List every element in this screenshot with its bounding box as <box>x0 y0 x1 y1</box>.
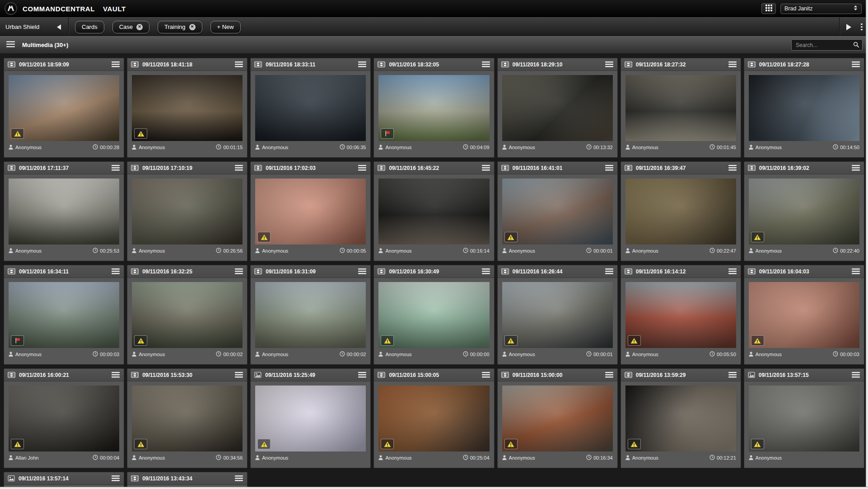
media-thumbnail[interactable] <box>255 179 366 244</box>
card-menu-button[interactable] <box>728 61 737 68</box>
user-menu[interactable]: Brad Janitz <box>780 4 862 14</box>
media-thumbnail[interactable] <box>132 386 243 451</box>
media-thumbnail[interactable] <box>502 179 613 244</box>
thumbnail-area[interactable] <box>374 278 494 348</box>
card-menu-button[interactable] <box>851 164 860 172</box>
search-icon[interactable] <box>853 41 859 49</box>
thumbnail-area[interactable] <box>4 381 124 451</box>
media-thumbnail[interactable] <box>378 75 489 141</box>
media-card[interactable]: 09/11/2016 16:26:44Anonymous00:00:01 <box>497 265 618 365</box>
card-menu-button[interactable] <box>358 371 367 379</box>
thumbnail-area[interactable] <box>127 381 247 451</box>
collapse-left-icon[interactable] <box>57 24 61 30</box>
media-thumbnail[interactable] <box>378 282 489 348</box>
search-box[interactable] <box>791 39 863 51</box>
thumbnail-area[interactable] <box>127 71 247 141</box>
media-card[interactable]: 09/11/2016 16:34:11Anonymous00:00:03 <box>4 265 124 365</box>
media-card[interactable]: 09/11/2016 16:32:25Anonymous00:00:02 <box>127 265 247 365</box>
thumbnail-area[interactable] <box>498 278 617 348</box>
media-card[interactable]: 09/11/2016 16:41:01Anonymous00:00:01 <box>497 161 618 261</box>
media-thumbnail[interactable] <box>255 282 366 348</box>
card-menu-button[interactable] <box>234 61 243 68</box>
thumbnail-area[interactable] <box>127 174 247 244</box>
media-card[interactable]: 09/11/2016 17:10:19Anonymous00:26:56 <box>127 161 247 261</box>
media-thumbnail[interactable] <box>749 386 859 451</box>
media-card[interactable]: 09/11/2016 16:39:47Anonymous00:22:47 <box>621 161 741 261</box>
section-menu-button[interactable] <box>5 40 16 50</box>
tab-close-icon[interactable]: ✕ <box>189 24 196 30</box>
card-menu-button[interactable] <box>234 164 243 172</box>
media-card[interactable]: 09/11/2016 15:00:05Anonymous00:25:04 <box>373 368 494 468</box>
thumbnail-area[interactable] <box>4 174 124 244</box>
card-menu-button[interactable] <box>728 371 737 379</box>
media-card[interactable]: 09/11/2016 13:59:29Anonymous00:12:21 <box>621 368 741 468</box>
thumbnail-area[interactable] <box>621 71 741 141</box>
media-card[interactable]: 09/11/2016 18:27:28Anonymous00:14:50 <box>744 58 864 158</box>
thumbnail-area[interactable] <box>744 381 864 451</box>
card-menu-button[interactable] <box>605 164 614 172</box>
thumbnail-area[interactable] <box>621 174 741 244</box>
media-thumbnail[interactable] <box>132 75 243 141</box>
card-menu-button[interactable] <box>111 371 120 379</box>
thumbnail-area[interactable] <box>4 71 124 141</box>
media-card[interactable]: 09/11/2016 15:53:30Anonymous00:34:56 <box>127 368 247 468</box>
new-tab-button[interactable]: + New <box>210 21 241 33</box>
tab-cards[interactable]: Cards <box>75 21 104 33</box>
media-card[interactable]: 09/11/2016 16:39:02Anonymous00:22:40 <box>744 161 864 261</box>
thumbnail-area[interactable] <box>4 278 124 348</box>
media-thumbnail[interactable] <box>502 75 613 141</box>
thumbnail-area[interactable] <box>744 278 864 348</box>
thumbnail-area[interactable] <box>374 381 494 451</box>
scroll-right-icon[interactable] <box>846 24 851 30</box>
media-thumbnail[interactable] <box>625 282 736 348</box>
card-menu-button[interactable] <box>481 164 490 172</box>
thumbnail-area[interactable] <box>251 381 370 451</box>
media-card[interactable]: 09/11/2016 15:25:49Anonymous <box>250 368 371 468</box>
media-thumbnail[interactable] <box>9 179 119 244</box>
media-card[interactable]: 09/11/2016 16:04:03Anonymous00:00:03 <box>744 265 864 365</box>
media-thumbnail[interactable] <box>625 386 736 451</box>
media-thumbnail[interactable] <box>132 282 243 348</box>
media-card[interactable]: 09/11/2016 18:33:11Anonymous00:06:35 <box>250 58 371 158</box>
thumbnail-area[interactable] <box>744 71 864 141</box>
search-input[interactable] <box>795 42 853 49</box>
media-card[interactable]: 09/11/2016 16:14:12Anonymous00:05:50 <box>621 265 741 365</box>
card-menu-button[interactable] <box>111 475 120 482</box>
card-menu-button[interactable] <box>358 164 367 172</box>
media-card[interactable]: 09/11/2016 18:32:05Anonymous00:04:09 <box>373 58 494 158</box>
card-menu-button[interactable] <box>358 61 367 68</box>
media-card[interactable]: 09/11/2016 17:11:37Anonymous00:25:53 <box>4 161 124 261</box>
card-menu-button[interactable] <box>605 61 614 68</box>
card-menu-button[interactable] <box>728 164 737 172</box>
thumbnail-area[interactable] <box>744 174 864 244</box>
media-card[interactable]: 09/11/2016 18:29:10Anonymous00:13:32 <box>497 58 618 158</box>
media-card[interactable]: 09/11/2016 16:31:09Anonymous00:00:02 <box>250 265 371 365</box>
card-menu-button[interactable] <box>605 268 614 275</box>
card-menu-button[interactable] <box>851 61 860 68</box>
media-card[interactable]: 09/11/2016 18:59:09Anonymous00:00:28 <box>4 58 124 158</box>
thumbnail-area[interactable] <box>374 71 494 141</box>
card-menu-button[interactable] <box>851 268 860 275</box>
card-menu-button[interactable] <box>481 61 490 68</box>
card-menu-button[interactable] <box>481 268 490 275</box>
card-menu-button[interactable] <box>728 268 737 275</box>
card-menu-button[interactable] <box>234 371 243 379</box>
media-thumbnail[interactable] <box>625 75 736 141</box>
media-card[interactable]: 09/11/2016 16:45:22Anonymous00:16:14 <box>373 161 494 261</box>
thumbnail-area[interactable] <box>374 174 494 244</box>
media-thumbnail[interactable] <box>625 179 736 244</box>
apps-grid-button[interactable] <box>761 3 776 14</box>
thumbnail-area[interactable] <box>621 381 741 451</box>
thumbnail-area[interactable] <box>498 174 617 244</box>
media-thumbnail[interactable] <box>255 75 366 141</box>
thumbnail-area[interactable] <box>621 278 741 348</box>
card-menu-button[interactable] <box>111 164 120 172</box>
card-menu-button[interactable] <box>358 268 367 275</box>
card-menu-button[interactable] <box>481 371 490 379</box>
media-thumbnail[interactable] <box>9 282 119 348</box>
thumbnail-area[interactable] <box>251 278 370 348</box>
tab-case[interactable]: Case✕ <box>112 21 149 33</box>
thumbnail-area[interactable] <box>127 278 247 348</box>
card-menu-button[interactable] <box>111 61 120 68</box>
media-card[interactable]: 09/11/2016 18:41:18Anonymous00:01:15 <box>127 58 247 158</box>
